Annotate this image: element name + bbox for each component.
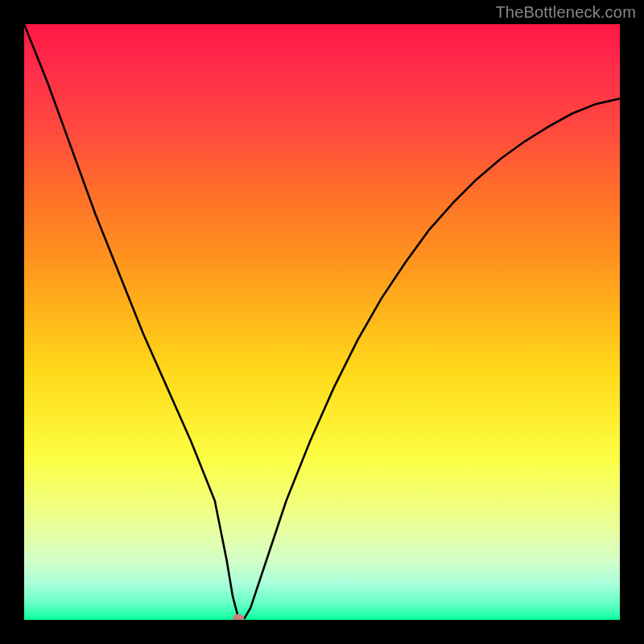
curve-line — [24, 24, 620, 619]
plot-svg — [24, 24, 620, 620]
chart-container: TheBottleneck.com — [0, 0, 644, 644]
attribution-text: TheBottleneck.com — [495, 3, 636, 22]
curve-marker — [233, 614, 244, 620]
plot-area — [24, 24, 620, 620]
